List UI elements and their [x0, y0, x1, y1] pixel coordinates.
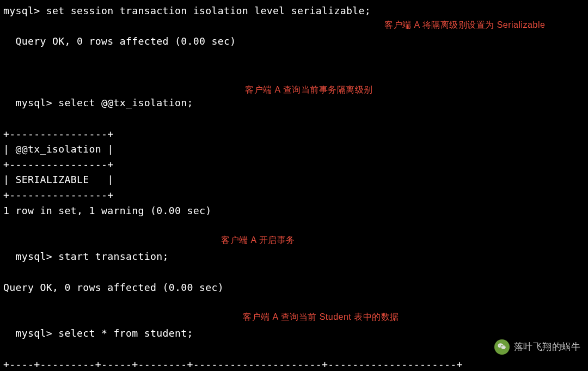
sql-command: select @@tx_isolation; [58, 97, 193, 108]
table-border: +----------------+ [3, 126, 588, 142]
mysql-prompt: mysql> [16, 97, 53, 108]
cell-value: SERIALIZABLE [16, 174, 89, 185]
query-result: Query OK, 0 rows affected (0.00 sec) [3, 280, 588, 295]
terminal-blank [3, 65, 588, 80]
column-header: @@tx_isolation [16, 143, 102, 155]
table-border: +----------------+ [3, 157, 588, 172]
annotation-start-txn: 客户端 A 开启事务 [221, 234, 295, 247]
query-result: Query OK, 0 rows affected (0.00 sec) [16, 35, 236, 47]
terminal-line: mysql> start transaction; 客户端 A 开启事务 [3, 234, 588, 280]
terminal-line: mysql> set session transaction isolation… [3, 3, 588, 19]
table-border: +----+---------+-----+--------+---------… [3, 357, 588, 371]
query-result: 1 row in set, 1 warning (0.00 sec) [3, 203, 588, 218]
mysql-prompt: mysql> [16, 251, 53, 262]
annotation-select-isolation: 客户端 A 查询当前事务隔离级别 [245, 83, 373, 97]
sql-command: set session transaction isolation level … [46, 5, 371, 16]
annotation-set-isolation: 客户端 A 将隔离级别设置为 Serializable [384, 19, 545, 32]
terminal-blank [3, 295, 588, 311]
mysql-prompt: mysql> [16, 327, 53, 339]
sql-command: select * from student; [58, 327, 193, 339]
table-border: +----------------+ [3, 187, 588, 203]
watermark-text: 落叶飞翔的蜗牛 [514, 340, 581, 354]
mysql-prompt: mysql> [3, 5, 40, 16]
terminal-line: Query OK, 0 rows affected (0.00 sec) 客户端… [3, 19, 588, 65]
terminal-line: mysql> select @@tx_isolation; 客户端 A 查询当前… [3, 80, 588, 126]
table-header-row: | @@tx_isolation | [3, 142, 588, 157]
watermark: 落叶飞翔的蜗牛 [494, 339, 581, 355]
sql-command: start transaction; [58, 251, 169, 262]
wechat-icon [494, 339, 510, 355]
annotation-select-student: 客户端 A 查询当前 Student 表中的数据 [243, 311, 399, 324]
terminal-blank [3, 218, 588, 234]
table-row: | SERIALIZABLE | [3, 172, 588, 187]
